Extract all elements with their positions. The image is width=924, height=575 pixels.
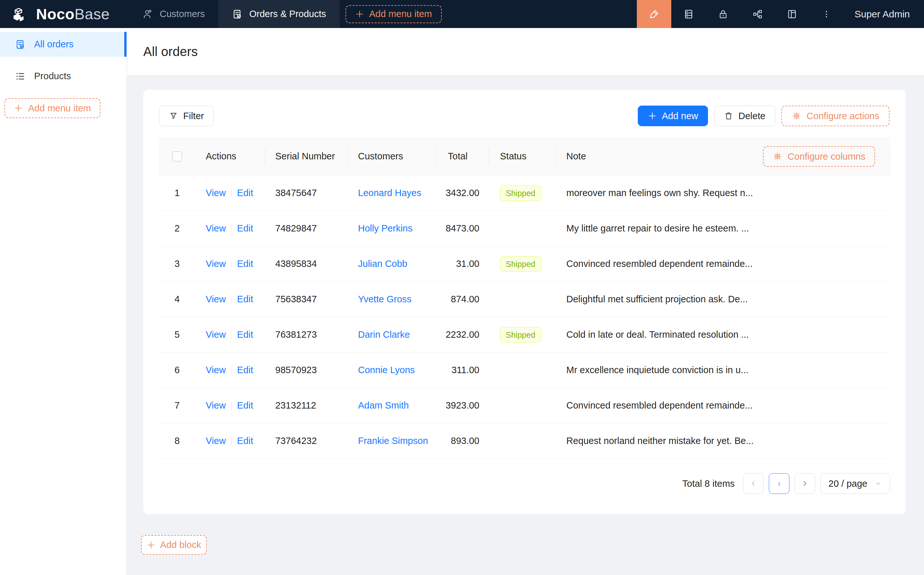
select-all-checkbox[interactable] bbox=[172, 151, 182, 162]
customer-link[interactable]: Yvette Gross bbox=[358, 294, 411, 305]
nav-tab-label: Orders & Products bbox=[249, 9, 326, 19]
view-link[interactable]: View bbox=[206, 294, 226, 305]
sidebar: All orders Products Add menu item bbox=[0, 28, 127, 575]
configure-actions-button[interactable]: Configure actions bbox=[781, 106, 889, 126]
edit-link[interactable]: Edit bbox=[237, 294, 253, 305]
edit-link[interactable]: Edit bbox=[237, 400, 253, 411]
ui-editor-button[interactable] bbox=[637, 0, 671, 28]
edit-link[interactable]: Edit bbox=[237, 329, 253, 340]
chevron-down-icon bbox=[875, 480, 882, 488]
note-cell: Convinced resembled dependent remainde..… bbox=[556, 259, 890, 269]
collections-button[interactable] bbox=[671, 0, 706, 28]
configure-columns-button[interactable]: Configure columns bbox=[763, 146, 875, 167]
serial-number-cell: 74829847 bbox=[265, 223, 348, 234]
row-index: 3 bbox=[159, 259, 195, 269]
list-icon bbox=[15, 71, 26, 82]
top-nav: NocoBase Customers Orders & Products Ad bbox=[0, 0, 924, 28]
total-cell: 8473.00 bbox=[436, 223, 489, 234]
plus-icon bbox=[648, 111, 657, 121]
customer-link[interactable]: Holly Perkins bbox=[358, 223, 413, 234]
view-link[interactable]: View bbox=[206, 223, 226, 234]
view-link[interactable]: View bbox=[206, 400, 226, 411]
nocobase-logo[interactable]: NocoBase bbox=[0, 0, 129, 28]
add-new-button[interactable]: Add new bbox=[638, 106, 708, 126]
add-new-button-label: Add new bbox=[662, 111, 698, 121]
main-content: All orders Filter Add new bbox=[127, 28, 924, 575]
pagination-page-1[interactable]: 1 bbox=[769, 473, 789, 494]
pagination-next-button[interactable] bbox=[795, 473, 815, 494]
row-actions-cell: View Edit bbox=[195, 259, 265, 269]
total-cell: 3923.00 bbox=[436, 400, 489, 411]
total-cell: 31.00 bbox=[436, 259, 489, 269]
permissions-button[interactable] bbox=[706, 0, 740, 28]
action-divider bbox=[231, 259, 232, 268]
note-cell: Mr excellence inquietude conviction is i… bbox=[556, 365, 890, 375]
view-link[interactable]: View bbox=[206, 259, 226, 269]
serial-number-cell: 98570923 bbox=[265, 365, 348, 375]
customer-cell: Leonard Hayes bbox=[348, 188, 436, 198]
row-actions-cell: View Edit bbox=[195, 188, 265, 198]
view-link[interactable]: View bbox=[206, 188, 226, 198]
pagination-prev-button[interactable] bbox=[743, 473, 764, 494]
table-toolbar: Filter Add new Delete bbox=[159, 106, 889, 126]
sidebar-item-products[interactable]: Products bbox=[0, 64, 127, 89]
nav-add-menu-item-button[interactable]: Add menu item bbox=[345, 5, 442, 23]
nocobase-logo-icon bbox=[11, 5, 30, 23]
customer-link[interactable]: Adam Smith bbox=[358, 400, 409, 411]
row-index: 1 bbox=[159, 188, 195, 198]
add-block-button[interactable]: Add block bbox=[141, 535, 207, 555]
nav-tab-customers[interactable]: Customers bbox=[129, 0, 218, 28]
edit-link[interactable]: Edit bbox=[237, 259, 253, 269]
edit-link[interactable]: Edit bbox=[237, 365, 253, 375]
edit-link[interactable]: Edit bbox=[237, 188, 253, 198]
nav-tab-label: Customers bbox=[160, 9, 205, 19]
customer-link[interactable]: Leonard Hayes bbox=[358, 188, 421, 198]
customer-link[interactable]: Julian Cobb bbox=[358, 259, 407, 269]
nav-add-menu-item-label: Add menu item bbox=[369, 9, 432, 19]
user-menu[interactable]: Super Admin bbox=[843, 9, 924, 20]
customer-cell: Yvette Gross bbox=[348, 294, 436, 305]
add-block-label: Add block bbox=[160, 540, 201, 550]
view-link[interactable]: View bbox=[206, 435, 226, 446]
action-divider bbox=[231, 189, 232, 198]
customer-link[interactable]: Connie Lyons bbox=[358, 365, 415, 375]
row-index: 4 bbox=[159, 294, 195, 305]
workflow-button[interactable] bbox=[740, 0, 775, 28]
serial-number-cell: 76381273 bbox=[265, 329, 348, 340]
pen-icon bbox=[648, 8, 660, 20]
serial-number-cell: 73764232 bbox=[265, 435, 348, 446]
page-size-select[interactable]: 20 / page bbox=[820, 473, 890, 494]
edit-link[interactable]: Edit bbox=[237, 435, 253, 446]
nav-tab-orders-products[interactable]: Orders & Products bbox=[218, 0, 340, 28]
row-index: 5 bbox=[159, 329, 195, 340]
view-link[interactable]: View bbox=[206, 365, 226, 375]
table-header-row: Actions Serial Number Customers Total St… bbox=[159, 137, 890, 175]
note-cell: My little garret repair to desire he est… bbox=[556, 223, 890, 234]
column-header-customers: Customers bbox=[348, 137, 436, 175]
layout-button[interactable] bbox=[775, 0, 809, 28]
note-cell: Request norland neither mistake for yet.… bbox=[556, 435, 890, 446]
plus-icon bbox=[14, 104, 23, 113]
column-header-actions: Actions bbox=[195, 137, 265, 175]
customer-link[interactable]: Frankie Simpson bbox=[358, 435, 428, 446]
layout-panel-icon bbox=[786, 9, 797, 20]
gear-icon bbox=[792, 111, 801, 121]
customer-link[interactable]: Darin Clarke bbox=[358, 329, 410, 340]
sidebar-add-menu-item-button[interactable]: Add menu item bbox=[5, 98, 100, 118]
row-actions-cell: View Edit bbox=[195, 223, 265, 234]
page-header: All orders bbox=[127, 28, 924, 75]
sidebar-item-all-orders[interactable]: All orders bbox=[0, 32, 127, 57]
row-actions-cell: View Edit bbox=[195, 294, 265, 305]
filter-button[interactable]: Filter bbox=[159, 106, 214, 126]
status-badge: Shipped bbox=[500, 256, 541, 272]
configure-columns-label: Configure columns bbox=[787, 151, 865, 162]
serial-number-cell: 23132112 bbox=[265, 400, 348, 411]
delete-button[interactable]: Delete bbox=[714, 106, 775, 126]
row-actions-cell: View Edit bbox=[195, 400, 265, 411]
serial-number-cell: 43895834 bbox=[265, 259, 348, 269]
row-actions-cell: View Edit bbox=[195, 365, 265, 375]
view-link[interactable]: View bbox=[206, 329, 226, 340]
serial-number-cell: 75638347 bbox=[265, 294, 348, 305]
more-button[interactable] bbox=[809, 0, 843, 28]
edit-link[interactable]: Edit bbox=[237, 223, 253, 234]
